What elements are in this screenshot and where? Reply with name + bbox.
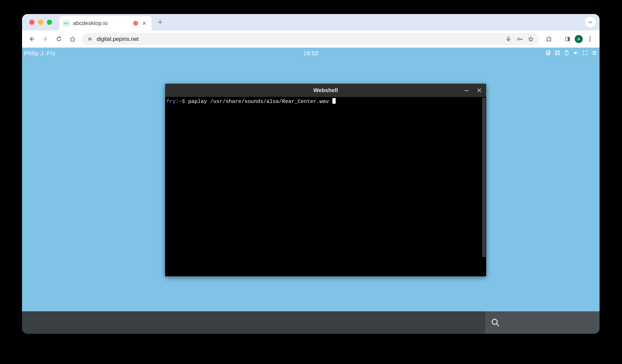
svg-point-3	[518, 38, 520, 40]
tab-favicon: abc	[63, 20, 70, 27]
svg-rect-5	[568, 37, 569, 41]
svg-rect-13	[558, 51, 560, 53]
terminal-scrollbar[interactable]	[482, 98, 486, 257]
url-host: digital.pepins.net	[97, 36, 139, 42]
side-panel-icon[interactable]	[562, 33, 574, 45]
tabstrip: abc abcdesktop.io	[22, 14, 600, 30]
window-minimize-button[interactable]	[38, 20, 43, 25]
webshell-titlebar[interactable]: Webshell	[165, 84, 486, 97]
remote-dock	[22, 311, 600, 334]
webshell-title: Webshell	[313, 87, 338, 93]
terminal-line: fry:~$ paplay /usr/share/sounds/alsa/Rea…	[166, 98, 481, 105]
webshell-body[interactable]: fry:~$ paplay /usr/share/sounds/alsa/Rea…	[165, 97, 486, 276]
dock-search-panel[interactable]	[485, 311, 600, 334]
back-button[interactable]	[26, 33, 38, 45]
webshell-minimize-button[interactable]	[462, 86, 471, 95]
svg-rect-15	[558, 53, 560, 55]
svg-point-1	[88, 40, 89, 40]
svg-point-7	[589, 38, 591, 40]
fullscreen-icon[interactable]	[582, 49, 589, 56]
volume-icon[interactable]	[572, 49, 580, 56]
remote-clock: 16:52	[303, 50, 318, 57]
extensions-icon[interactable]	[543, 33, 555, 45]
remote-tray	[545, 49, 598, 56]
svg-rect-2	[508, 37, 509, 40]
voice-search-icon[interactable]	[504, 33, 512, 45]
prompt-separator: :~$	[176, 98, 188, 105]
profile-avatar[interactable]: A	[575, 35, 583, 43]
remote-username: Philip J. Fry	[24, 50, 56, 57]
print-icon[interactable]	[545, 49, 552, 56]
password-key-icon[interactable]	[516, 33, 524, 45]
url-text: digital.pepins.net	[97, 36, 501, 42]
reload-button[interactable]	[53, 33, 65, 45]
home-button[interactable]	[67, 33, 78, 45]
remote-desktop[interactable]: Philip J. Fry 16:52	[22, 48, 600, 334]
svg-point-0	[88, 38, 89, 38]
browser-window: abc abcdesktop.io	[22, 14, 600, 334]
menu-button[interactable]	[584, 33, 596, 45]
window-controls	[29, 20, 52, 25]
tabs-dropdown-button[interactable]	[585, 17, 596, 28]
remote-topbar: Philip J. Fry 16:52	[22, 48, 600, 59]
svg-point-8	[589, 40, 591, 42]
site-info-icon[interactable]	[87, 36, 93, 42]
window-close-button[interactable]	[29, 20, 35, 25]
address-bar[interactable]: digital.pepins.net	[82, 33, 539, 45]
toolbar: digital.pepins.net	[22, 30, 600, 48]
svg-rect-14	[555, 53, 557, 55]
tab-favicon-label: abc	[63, 21, 69, 25]
svg-rect-12	[555, 51, 557, 53]
webshell-window[interactable]: Webshell fry:~$ paplay /usr/share/sounds…	[165, 84, 486, 276]
clipboard-icon[interactable]	[563, 49, 570, 56]
new-tab-button[interactable]	[155, 17, 165, 27]
terminal-command: paplay /usr/share/sounds/alsa/Rear_Cente…	[188, 98, 332, 105]
menu-list-icon[interactable]	[591, 49, 598, 56]
bookmark-star-icon[interactable]	[527, 33, 535, 45]
prompt-user: fry	[166, 98, 176, 105]
avatar-letter: A	[577, 36, 580, 42]
browser-tab[interactable]: abc abcdesktop.io	[59, 16, 152, 30]
dock-spacer	[22, 311, 485, 334]
forward-button[interactable]	[39, 33, 51, 45]
toolbar-separator	[558, 35, 558, 43]
toolbar-right-icons: A	[543, 33, 596, 45]
grid-apps-icon[interactable]	[554, 49, 561, 56]
window-zoom-button[interactable]	[47, 20, 52, 25]
page-viewport: Philip J. Fry 16:52	[22, 48, 600, 334]
tab-title: abcdesktop.io	[73, 20, 130, 26]
svg-point-6	[589, 36, 591, 38]
terminal-cursor	[332, 98, 336, 104]
tab-close-button[interactable]	[141, 20, 148, 26]
webshell-close-button[interactable]	[475, 86, 484, 95]
recording-indicator-icon[interactable]	[134, 21, 138, 25]
search-icon	[491, 318, 500, 327]
